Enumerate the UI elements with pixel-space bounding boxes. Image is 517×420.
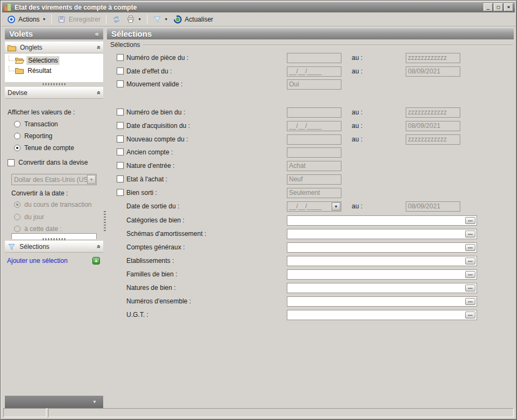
filter-button[interactable]: ▼	[150, 14, 171, 25]
ellipsis-button[interactable]: ...	[465, 284, 475, 292]
lookup-field[interactable]: ...	[287, 229, 477, 239]
radio-button[interactable]	[14, 145, 21, 151]
lookup-field[interactable]: ...	[287, 283, 477, 293]
convert-currency-checkbox[interactable]	[8, 159, 15, 166]
row-checkbox[interactable]	[117, 162, 124, 169]
lookup-field[interactable]: ...	[287, 269, 477, 280]
target-icon	[7, 15, 16, 24]
ellipsis-button[interactable]: ...	[465, 271, 475, 278]
radio-button[interactable]	[14, 133, 21, 139]
minimize-button[interactable]: _	[484, 3, 493, 11]
row-checkbox[interactable]	[117, 136, 124, 143]
row-checkbox[interactable]	[117, 67, 124, 74]
add-plus-button[interactable]: +	[92, 257, 100, 265]
date-radio-option[interactable]: du jour	[14, 213, 44, 221]
close-button[interactable]: ×	[504, 3, 513, 11]
section-header-selections[interactable]: Sélections »	[5, 241, 103, 253]
vertical-splitter-handle[interactable]	[104, 211, 106, 233]
row-field[interactable]: __/__/____	[287, 66, 341, 77]
lookup-field[interactable]: ...	[287, 310, 477, 320]
row-label: Schémas d'amortissement :	[126, 230, 206, 238]
au-field[interactable]: zzzzzzzzzzzz	[406, 107, 460, 118]
horizontal-splitter-handle[interactable]	[43, 83, 65, 85]
status-cell-right	[48, 408, 514, 417]
row-checkbox[interactable]	[117, 175, 124, 182]
row-field[interactable]: Seulement	[287, 188, 341, 198]
ellipsis-button[interactable]: ...	[465, 311, 475, 319]
row-checkbox[interactable]	[117, 54, 124, 61]
au-field[interactable]: 08/09/2021	[406, 201, 460, 212]
lookup-field[interactable]: ...	[287, 296, 477, 307]
row-field-value: __/__/____	[289, 67, 321, 75]
radio-button[interactable]	[14, 214, 21, 220]
au-field[interactable]: zzzzzzzzzzzz	[406, 53, 460, 63]
date-radio-option[interactable]: du cours de transaction	[14, 201, 92, 208]
lookup-field[interactable]: ...	[287, 256, 477, 266]
refresh-button[interactable]: Actualiser	[171, 14, 216, 25]
lookup-field[interactable]: ...	[287, 215, 477, 226]
row-field-value: Achat	[289, 162, 306, 170]
row-checkbox[interactable]	[117, 122, 124, 129]
value-radio-option[interactable]: Tenue de compte	[14, 144, 74, 152]
folder-icon	[15, 67, 24, 74]
tree-item-label[interactable]: Résultat	[26, 66, 53, 75]
collapse-section-icon[interactable]: »	[95, 46, 103, 50]
currency-select[interactable]: Dollar des Etats-Unis (USD) ▼	[11, 174, 97, 185]
row-field[interactable]: Achat	[287, 161, 341, 171]
title-bar[interactable]: Etat des virements de compte à compte _ …	[2, 2, 515, 12]
row-field[interactable]	[287, 53, 341, 63]
row-field[interactable]	[287, 134, 341, 145]
form-row: Etablissements :...	[107, 256, 514, 267]
radio-button[interactable]	[14, 226, 21, 232]
value-radio-option[interactable]: Reporting	[14, 132, 52, 140]
ellipsis-button[interactable]: ...	[465, 258, 475, 265]
row-field[interactable]: Oui	[287, 79, 341, 90]
save-button[interactable]: Enregistrer	[55, 14, 103, 25]
section-header-onglets[interactable]: Onglets »	[5, 42, 103, 53]
radio-button[interactable]	[14, 121, 21, 127]
tree-item-label[interactable]: Sélections	[26, 56, 59, 65]
form-row: Nature d'entrée :Achat	[107, 161, 514, 172]
print-button[interactable]: ▼	[124, 14, 144, 25]
row-label: Comptes généraux :	[126, 243, 185, 251]
row-label: Nature d'entrée :	[126, 162, 174, 170]
section-label-selections: Sélections	[19, 243, 49, 250]
convert-currency-checkbox-row[interactable]: Convertir dans la devise	[8, 159, 88, 166]
row-checkbox[interactable]	[117, 148, 124, 155]
ellipsis-button[interactable]: ...	[465, 231, 475, 238]
sync-button[interactable]	[109, 14, 124, 25]
section-header-devise[interactable]: Devise »	[5, 87, 103, 99]
collapse-sidebar-icon[interactable]: «	[95, 30, 99, 38]
date-radio-option[interactable]: à cette date :	[14, 225, 62, 233]
ellipsis-button[interactable]: ...	[465, 217, 475, 224]
tree-item-node[interactable]: Résultat	[5, 65, 103, 76]
radio-button[interactable]	[14, 201, 21, 208]
row-field[interactable]	[287, 147, 341, 158]
collapse-section-icon[interactable]: »	[95, 245, 103, 249]
row-field[interactable]: Neuf	[287, 174, 341, 185]
maximize-button[interactable]: □	[494, 3, 503, 11]
ellipsis-button[interactable]: ...	[465, 244, 475, 251]
form-row: Schémas d'amortissement :...	[107, 229, 514, 240]
filter-icon	[8, 243, 16, 251]
ellipsis-button[interactable]: ...	[465, 298, 475, 305]
chevron-down-icon[interactable]: ▼	[87, 175, 96, 184]
chevron-down-icon[interactable]: ▼	[332, 202, 340, 211]
au-field[interactable]: zzzzzzzzzzzz	[406, 134, 460, 145]
collapse-section-icon[interactable]: »	[95, 91, 103, 95]
au-field[interactable]: 08/09/2021	[406, 121, 460, 131]
row-field[interactable]	[287, 107, 341, 118]
actions-button[interactable]: Actions ▼	[4, 14, 49, 25]
au-field[interactable]: 08/09/2021	[406, 66, 460, 77]
row-checkbox[interactable]	[117, 80, 124, 87]
row-checkbox[interactable]	[117, 109, 124, 116]
lookup-field[interactable]: ...	[287, 242, 477, 253]
row-field[interactable]: __/__/____	[287, 121, 341, 131]
row-field[interactable]: __/__/____▼	[287, 201, 341, 212]
tree-item-selected[interactable]: Sélections	[5, 55, 103, 65]
add-selection-link[interactable]: Ajouter une sélection	[7, 257, 68, 265]
sidebar-bottom-bar[interactable]: ▼	[5, 396, 103, 408]
row-checkbox[interactable]	[117, 189, 124, 196]
value-radio-option[interactable]: Transaction	[14, 120, 58, 128]
horizontal-splitter-handle[interactable]	[43, 238, 65, 240]
